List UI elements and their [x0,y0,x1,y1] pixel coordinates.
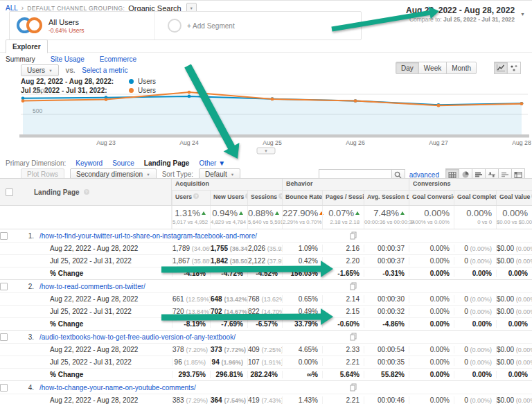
tab-ecommerce[interactable]: Ecommerce [100,55,136,63]
column-header-new-users[interactable]: New Users?↓ [210,191,247,205]
period-row: Aug 22, 2022 - Aug 28, 2022661 (12.59%)6… [0,292,532,305]
advanced-search-link[interactable]: advanced [409,171,439,179]
column-header-goal-value[interactable]: Goal Value? [496,191,532,205]
row-checkbox[interactable] [0,333,8,341]
trend-up-icon [400,211,405,215]
percent-change-cell: -0.31% [364,270,409,277]
landing-page-row: 2./how-to-read-comments-on-twitter/ [0,280,532,292]
landing-page-link[interactable]: /audio-textbooks-how-to-get-free-audio-v… [39,333,236,341]
chart-collapse-handle: ▼ [257,148,275,154]
landing-page-header[interactable]: Landing Page? [0,179,172,205]
breadcrumb-group-label: DEFAULT CHANNEL GROUPING: [27,5,125,12]
granularity-month-button[interactable]: Month [446,62,477,74]
trend-up-icon [202,211,206,215]
metric-cell: 0.00% [409,396,454,404]
table-row-group: 2./how-to-read-comments-on-twitter/Aug 2… [0,280,532,331]
segment-title: All Users [48,18,85,26]
row-index: 4. [13,384,34,392]
granularity-toggle: DayWeekMonth [396,62,477,74]
landing-page-row: 4./how-to-change-your-name-on-youtube-co… [0,381,532,394]
copy-icon[interactable] [350,282,357,292]
percent-change-cell: 282.24% [247,371,282,378]
date-range-compare: Compare to: Jul 25, 2022 - Jul 31, 2022 [406,16,515,23]
period-label: Aug 22, 2022 - Aug 28, 2022 [0,346,172,353]
percent-change-cell: 0.00% [409,371,454,378]
column-header-goal-conversion-rate[interactable]: Goal Conversion Rate? [409,191,454,205]
select-a-metric-link[interactable]: Select a metric [82,67,127,74]
tab-summary[interactable]: Summary [6,55,35,63]
primary-dimension-landing-page[interactable]: Landing Page [144,159,190,167]
period-label: Aug 22, 2022 - Aug 28, 2022 [0,396,172,404]
row-checkbox[interactable] [0,232,8,240]
table-header: Landing Page?AcquisitionBehaviorConversi… [0,178,532,206]
landing-page-link[interactable]: /how-to-change-your-name-on-youtube-comm… [39,384,196,392]
copy-icon[interactable] [350,333,357,342]
metric-cell: 0.00% [282,358,322,366]
users-line-chart: 5001,000Aug 23Aug 24Aug 25Aug 26Aug 27Au… [0,89,532,159]
granularity-week-button[interactable]: Week [418,62,447,74]
line-chart-icon[interactable] [494,62,508,74]
segment-delta: -0.64% Users [48,27,85,34]
percent-change-cell: 0.00% [409,270,454,277]
landing-page-row: 3./audio-textbooks-how-to-get-free-audio… [0,331,532,343]
metric-cell: 0.42% [282,257,322,265]
tab-explorer[interactable]: Explorer [6,39,48,53]
metric-cell: 00:00:37 [364,245,409,252]
percent-change-cell: 293.75% [172,371,210,378]
add-segment-button[interactable]: + Add Segment [155,19,235,33]
sort-type-label: Sort Type: [162,170,193,178]
column-group-acquisition: Acquisition [172,179,282,190]
landing-page-link[interactable]: /how-to-read-comments-on-twitter/ [39,283,145,290]
copy-icon[interactable] [350,231,357,241]
metric-cell: 00:00:54 [364,346,409,353]
column-header-users[interactable]: Users? [172,191,210,205]
metric-cell: 373 (7.72%) [210,346,247,353]
column-header-bounce-rate[interactable]: Bounce Rate? [282,191,322,205]
trend-up-icon [239,211,243,215]
primary-dimension-keyword[interactable]: Keyword [76,159,103,167]
primary-dimension-label: Primary Dimension: [6,159,66,167]
column-header-goal-completions[interactable]: Goal Completions? [454,191,496,205]
motion-chart-icon[interactable] [507,62,521,74]
period-label: Jul 25, 2022 - Jul 31, 2022 [0,358,172,366]
percent-change-label: % Change [0,270,172,277]
tab-site-usage[interactable]: Site Usage [51,55,85,63]
column-header-pages-session[interactable]: Pages / Session? [322,191,364,205]
primary-dimension-source[interactable]: Source [112,159,134,167]
x-axis-tick-label: Aug 26 [346,139,365,146]
column-group-conversions: Conversions [409,179,532,190]
column-header-avg-session-duration[interactable]: Avg. Session Duration? [364,191,409,205]
chevron-down-icon: ▼ [190,6,193,10]
segment-all-users[interactable]: All Users -0.64% Users [10,12,155,39]
table-summary-row: 1.31%5,017 vs 4,9520.94%4,829 vs 4,7840.… [0,206,532,229]
metric-cell: 00:00:32 [364,308,409,315]
metric-cell: 0.00% [409,358,454,366]
row-checkbox[interactable] [0,283,8,290]
help-icon[interactable]: ? [84,189,89,195]
row-checkbox[interactable] [0,384,8,392]
chart-data-point [21,99,25,103]
period-label: Aug 22, 2022 - Aug 28, 2022 [0,295,172,303]
column-header-sessions[interactable]: Sessions? [247,191,282,205]
percent-change-cell: 55.82% [364,371,409,378]
metric-select-button[interactable]: Users▼ [21,64,59,76]
table-row-group: 1./how-to-find-your-twitter-url-to-share… [0,229,532,280]
table-row-group: 3./audio-textbooks-how-to-get-free-audio… [0,331,532,381]
date-range-picker[interactable]: Aug 22, 2022 - Aug 28, 2022 Compare to: … [406,6,525,23]
metric-cell: 1,867 (35.88%) [172,257,210,265]
landing-page-link[interactable]: /how-to-find-your-twitter-url-to-share-o… [39,232,257,240]
metric-cell: 0 (0.00%) [454,295,496,303]
segment-bar: All Users -0.64% Users + Add Segment [9,11,362,40]
percent-change-cell: -4.52% [247,270,282,277]
copy-icon[interactable] [350,383,357,393]
granularity-day-button[interactable]: Day [396,62,419,74]
vs-label: VS. [66,67,76,74]
metric-cell: $0.00 (0.00%) [496,308,532,315]
metric-cell: $0.00 (0.00%) [496,245,532,252]
x-axis-tick-label: Aug 24 [179,139,199,146]
select-all-checkbox[interactable] [6,188,13,196]
primary-dimension-other[interactable]: Other ▼ [199,159,225,167]
report-subtabs: SummarySite UsageEcommerce [6,55,136,63]
help-icon[interactable]: ? [193,193,199,199]
legend-date-label: Aug 22, 2022 - Aug 28, 2022: [21,78,125,85]
